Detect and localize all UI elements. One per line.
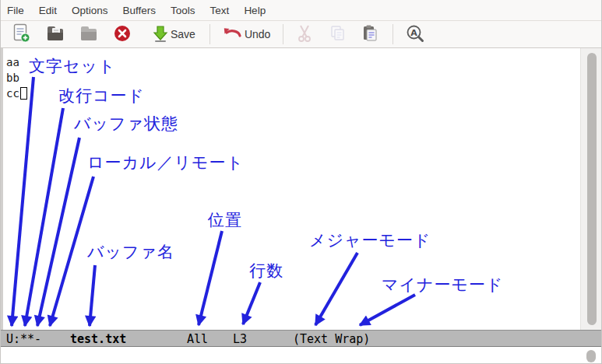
minibuffer-scrollbar-thumb[interactable] [586, 350, 596, 362]
copy-button[interactable] [329, 23, 346, 46]
search-button[interactable]: A [406, 23, 424, 46]
toolbar-separator [393, 24, 393, 44]
paste-icon [361, 24, 378, 45]
menu-tools[interactable]: Tools [171, 5, 195, 16]
copy-icon [329, 24, 346, 45]
paste-button[interactable] [361, 23, 378, 46]
annotation-local-remote: ローカル／リモート [87, 152, 244, 173]
annotation-line-count: 行数 [249, 260, 283, 282]
menu-help[interactable]: Help [244, 5, 266, 16]
modeline-major-mode[interactable]: (Text Wrap) [293, 332, 370, 346]
menu-buffers[interactable]: Buffers [123, 5, 157, 16]
mode-line: U:**- test.txt All L3 (Text Wrap) [1, 330, 601, 347]
tool-bar: Save Undo [1, 21, 601, 48]
modeline-position: All [187, 332, 208, 346]
search-icon: A [406, 24, 424, 45]
scrollbar-thumb[interactable] [587, 53, 597, 325]
close-buffer-button[interactable] [114, 23, 131, 46]
undo-button-label: Undo [245, 28, 270, 40]
open-file-icon [46, 24, 65, 45]
buffer-text: aa bb cc [6, 54, 27, 101]
annotation-minor-mode: マイナーモード [382, 274, 503, 296]
scrollbar[interactable] [580, 48, 601, 330]
menu-text[interactable]: Text [210, 5, 230, 16]
buffer-line: cc [6, 86, 27, 101]
new-file-button[interactable] [12, 23, 31, 46]
emacs-window: File Edit Options Buffers Tools Text Hel… [1, 0, 601, 364]
toolbar-separator [283, 24, 283, 44]
menu-file[interactable]: File [7, 5, 24, 16]
menu-options[interactable]: Options [72, 5, 108, 16]
annotation-major-mode: メジャーモード [309, 229, 431, 251]
toolbar-separator [209, 24, 210, 44]
svg-text:A: A [411, 27, 418, 37]
annotation-position: 位置 [208, 209, 242, 231]
modeline-buffer-name[interactable]: test.txt [70, 332, 126, 346]
cut-button[interactable] [296, 23, 313, 46]
undo-icon [222, 26, 242, 44]
menu-bar: File Edit Options Buffers Tools Text Hel… [1, 0, 601, 21]
undo-button[interactable]: Undo [222, 23, 270, 46]
window-fringe [1, 48, 3, 330]
dired-button[interactable] [79, 23, 98, 46]
annotation-buffer-state: バッファ状態 [74, 113, 178, 135]
save-button[interactable]: Save [153, 23, 195, 46]
modeline-line-number: L3 [233, 332, 247, 346]
annotation-charset: 文字セット [29, 55, 115, 77]
new-file-icon [12, 23, 31, 46]
buffer-line: bb [6, 70, 27, 86]
buffer-line: aa [6, 54, 27, 70]
open-file-button[interactable] [46, 23, 65, 46]
folder-icon [79, 24, 98, 45]
echo-area[interactable] [1, 347, 601, 364]
close-buffer-icon [114, 25, 131, 44]
save-button-label: Save [171, 28, 195, 40]
menu-edit[interactable]: Edit [39, 5, 57, 16]
text-cursor [20, 87, 27, 100]
modeline-coding-status: U:**- [6, 332, 41, 346]
cut-icon [296, 24, 313, 45]
save-icon [153, 24, 168, 45]
annotation-buffer-name: バッファ名 [87, 241, 174, 263]
annotation-eol: 改行コード [58, 85, 145, 107]
